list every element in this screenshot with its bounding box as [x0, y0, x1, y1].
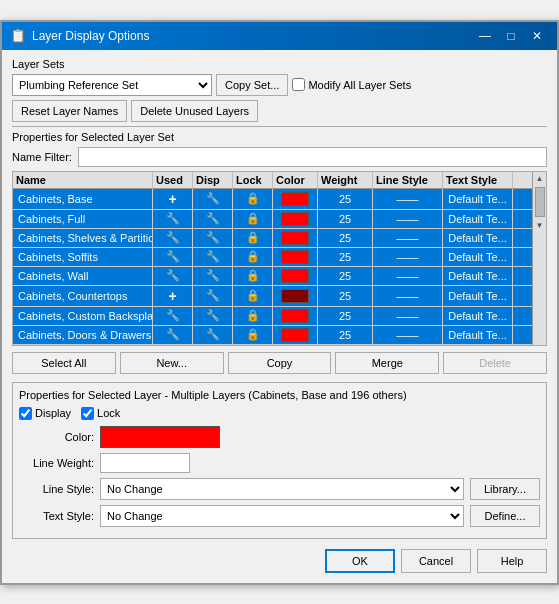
- col-used: Used: [153, 172, 193, 188]
- table-row[interactable]: Cabinets, Soffits 🔧 🔧 🔒 25 —— Default Te…: [13, 248, 532, 267]
- modify-all-checkbox[interactable]: [292, 78, 305, 91]
- cell-name-6: Cabinets, Countertops: [13, 286, 153, 306]
- maximize-button[interactable]: □: [499, 26, 523, 46]
- cell-textstyle-3: Default Te...: [443, 229, 513, 247]
- line-style-select[interactable]: No Change: [100, 478, 464, 500]
- table-wrapper: Name Used Disp Lock Color Weight Line St…: [13, 172, 546, 345]
- cell-disp-2: 🔧: [193, 210, 233, 228]
- help-button[interactable]: Help: [477, 549, 547, 573]
- lock-label: Lock: [97, 407, 120, 419]
- table-main: Name Used Disp Lock Color Weight Line St…: [13, 172, 532, 345]
- cell-weight-1: 25: [318, 189, 373, 209]
- scroll-down-icon[interactable]: ▼: [534, 219, 546, 232]
- cell-linestyle-5: ——: [373, 267, 443, 285]
- copy-button[interactable]: Copy: [228, 352, 332, 374]
- col-lock: Lock: [233, 172, 273, 188]
- cell-textstyle-1: Default Te...: [443, 189, 513, 209]
- scroll-up-icon[interactable]: ▲: [534, 172, 546, 185]
- select-all-button[interactable]: Select All: [12, 352, 116, 374]
- cell-weight-7: 25: [318, 307, 373, 325]
- reset-layer-names-button[interactable]: Reset Layer Names: [12, 100, 127, 122]
- main-window: 📋 Layer Display Options — □ ✕ Layer Sets…: [0, 20, 559, 585]
- cell-lock-5: 🔒: [233, 267, 273, 285]
- cell-used-1: +: [153, 189, 193, 209]
- display-label: Display: [35, 407, 71, 419]
- cell-linestyle-1: ——: [373, 189, 443, 209]
- display-lock-row: Display Lock: [19, 407, 540, 420]
- line-style-label: Line Style:: [19, 483, 94, 495]
- table-row[interactable]: Cabinets, Countertops + 🔧 🔒 25 —— Defaul…: [13, 286, 532, 307]
- text-style-row: Text Style: No Change Define...: [19, 505, 540, 527]
- cell-textstyle-8: Default Te...: [443, 326, 513, 344]
- table-row[interactable]: Cabinets, Full 🔧 🔧 🔒 25 —— Default Te...: [13, 210, 532, 229]
- text-style-select[interactable]: No Change: [100, 505, 464, 527]
- scroll-thumb[interactable]: [535, 187, 545, 217]
- col-disp: Disp: [193, 172, 233, 188]
- cell-weight-3: 25: [318, 229, 373, 247]
- cell-color-8: [273, 326, 318, 344]
- cell-used-6: +: [153, 286, 193, 306]
- cell-name-4: Cabinets, Soffits: [13, 248, 153, 266]
- cell-linestyle-7: ——: [373, 307, 443, 325]
- library-button[interactable]: Library...: [470, 478, 540, 500]
- cell-color-4: [273, 248, 318, 266]
- layer-sets-row: Plumbing Reference Set Copy Set... Modif…: [12, 74, 547, 96]
- cell-textstyle-7: Default Te...: [443, 307, 513, 325]
- cell-weight-2: 25: [318, 210, 373, 228]
- line-weight-input[interactable]: No Change: [100, 453, 190, 473]
- cell-textstyle-5: Default Te...: [443, 267, 513, 285]
- cell-lock-2: 🔒: [233, 210, 273, 228]
- delete-unused-layers-button[interactable]: Delete Unused Layers: [131, 100, 258, 122]
- copy-set-button[interactable]: Copy Set...: [216, 74, 288, 96]
- minimize-button[interactable]: —: [473, 26, 497, 46]
- define-button[interactable]: Define...: [470, 505, 540, 527]
- cell-textstyle-2: Default Te...: [443, 210, 513, 228]
- cell-color-5: [273, 267, 318, 285]
- table-header: Name Used Disp Lock Color Weight Line St…: [13, 172, 532, 189]
- new-button[interactable]: New...: [120, 352, 224, 374]
- layers-table-container: Name Used Disp Lock Color Weight Line St…: [12, 171, 547, 346]
- cell-disp-3: 🔧: [193, 229, 233, 247]
- reset-delete-row: Reset Layer Names Delete Unused Layers: [12, 100, 547, 122]
- lock-checkbox[interactable]: [81, 407, 94, 420]
- color-row: Color:: [19, 426, 540, 448]
- name-filter-label: Name Filter:: [12, 151, 72, 163]
- cell-color-3: [273, 229, 318, 247]
- text-style-label: Text Style:: [19, 510, 94, 522]
- color-label: Color:: [19, 431, 94, 443]
- cell-name-3: Cabinets, Shelves & Partitions: [13, 229, 153, 247]
- table-scrollbar[interactable]: ▲ ▼: [532, 172, 546, 345]
- ok-button[interactable]: OK: [325, 549, 395, 573]
- cell-lock-4: 🔒: [233, 248, 273, 266]
- cell-linestyle-4: ——: [373, 248, 443, 266]
- name-filter-input[interactable]: [78, 147, 547, 167]
- merge-button[interactable]: Merge: [335, 352, 439, 374]
- cancel-button[interactable]: Cancel: [401, 549, 471, 573]
- cell-used-2: 🔧: [153, 210, 193, 228]
- cell-linestyle-6: ——: [373, 286, 443, 306]
- window-title: Layer Display Options: [32, 29, 149, 43]
- properties-selected-title: Properties for Selected Layer - Multiple…: [19, 389, 540, 401]
- cell-textstyle-4: Default Te...: [443, 248, 513, 266]
- display-checkbox-label: Display: [19, 407, 71, 420]
- window-icon: 📋: [10, 28, 26, 43]
- table-row[interactable]: Cabinets, Base + 🔧 🔒 25 —— Default Te...: [13, 189, 532, 210]
- delete-button[interactable]: Delete: [443, 352, 547, 374]
- cell-used-3: 🔧: [153, 229, 193, 247]
- cell-disp-6: 🔧: [193, 286, 233, 306]
- table-row[interactable]: Cabinets, Custom Backsplashes 🔧 🔧 🔒 25 —…: [13, 307, 532, 326]
- color-swatch[interactable]: [100, 426, 220, 448]
- table-row[interactable]: Cabinets, Shelves & Partitions 🔧 🔧 🔒 25 …: [13, 229, 532, 248]
- cell-lock-8: 🔒: [233, 326, 273, 344]
- layer-set-select[interactable]: Plumbing Reference Set: [12, 74, 212, 96]
- cell-color-1: [273, 189, 318, 209]
- display-checkbox[interactable]: [19, 407, 32, 420]
- table-row[interactable]: Cabinets, Wall 🔧 🔧 🔒 25 —— Default Te...: [13, 267, 532, 286]
- cell-lock-6: 🔒: [233, 286, 273, 306]
- cell-textstyle-6: Default Te...: [443, 286, 513, 306]
- dialog-content: Layer Sets Plumbing Reference Set Copy S…: [2, 50, 557, 583]
- col-linestyle: Line Style: [373, 172, 443, 188]
- cell-weight-6: 25: [318, 286, 373, 306]
- table-row[interactable]: Cabinets, Doors & Drawers 🔧 🔧 🔒 25 —— De…: [13, 326, 532, 345]
- close-button[interactable]: ✕: [525, 26, 549, 46]
